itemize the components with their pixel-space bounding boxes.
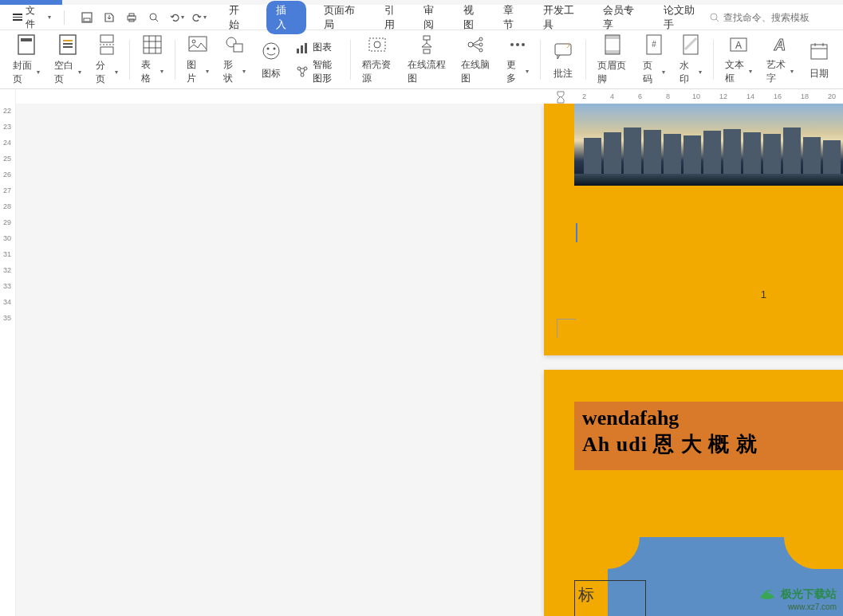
- page-number-button[interactable]: # 页码▾: [636, 33, 672, 86]
- margin-corner-marker: [557, 319, 576, 338]
- online-mind-button[interactable]: 在线脑图: [455, 33, 498, 86]
- svg-rect-31: [423, 36, 430, 40]
- horizontal-ruler-container: 2 4 6 8 10 12 14 16 18 20 22: [16, 89, 843, 104]
- svg-point-33: [468, 42, 473, 47]
- table-button[interactable]: 表格▾: [135, 33, 170, 86]
- svg-rect-24: [301, 45, 303, 53]
- tab-references[interactable]: 引用: [383, 0, 407, 35]
- workspace: 22 23 24 25 26 27 28 29 30 31 32 33 34 3…: [0, 89, 843, 616]
- svg-point-27: [304, 67, 307, 70]
- shape-button[interactable]: 形状▾: [217, 33, 252, 86]
- file-menu-label: 文件: [26, 4, 45, 31]
- watermark-brand: 极光下载站: [781, 587, 837, 602]
- svg-rect-8: [21, 38, 32, 41]
- search-box[interactable]: [709, 12, 835, 23]
- svg-rect-14: [100, 47, 113, 54]
- svg-rect-12: [63, 46, 73, 48]
- svg-rect-50: [811, 45, 827, 59]
- tab-start[interactable]: 开始: [227, 0, 251, 35]
- cover-page-icon: [16, 33, 37, 56]
- hamburger-icon: [13, 14, 22, 21]
- menu-bar: 文件 ▾ ▾ ▾ 开始 插入 页面布局 引用 审阅 视图 章节 开发工具 会员专…: [0, 5, 843, 30]
- ruler-tick: 4: [610, 92, 614, 100]
- svg-point-28: [301, 73, 304, 77]
- ruler-tick: 18: [801, 92, 809, 100]
- preview-icon[interactable]: [148, 11, 160, 24]
- document-page-2[interactable]: wendafahg Ah udi 恩 大 概 就 标: [544, 370, 843, 616]
- svg-point-34: [479, 37, 483, 41]
- page-break-icon: [97, 33, 117, 56]
- chart-smartart-group: 图表 智能图形: [290, 33, 345, 86]
- date-button[interactable]: 日期: [802, 33, 837, 86]
- tab-thesis[interactable]: 论文助手: [662, 0, 706, 35]
- document-canvas[interactable]: 1 wendafahg Ah udi 恩 大 概 就 标: [16, 104, 843, 616]
- text-frame[interactable]: 标: [574, 580, 646, 616]
- cover-page-button[interactable]: 封面页▾: [6, 33, 46, 86]
- icon-gallery-icon: [261, 38, 282, 64]
- document-page-1[interactable]: 1: [544, 104, 843, 355]
- city-skyline-image[interactable]: [574, 104, 843, 186]
- horizontal-ruler[interactable]: 2 4 6 8 10 12 14 16 18 20 22: [550, 89, 843, 104]
- file-menu[interactable]: 文件 ▾: [8, 2, 56, 33]
- save-icon[interactable]: [81, 11, 93, 24]
- ruler-tick: 2: [582, 92, 586, 100]
- tab-dev-tools[interactable]: 开发工具: [542, 0, 585, 35]
- svg-rect-3: [129, 14, 134, 16]
- redo-icon[interactable]: ▾: [192, 11, 205, 24]
- ruler-tick: 6: [638, 92, 642, 100]
- svg-rect-13: [100, 35, 113, 42]
- smart-art-button[interactable]: 智能图形: [295, 61, 341, 83]
- svg-rect-43: [605, 50, 620, 54]
- resource-icon: [367, 34, 388, 55]
- svg-point-35: [479, 43, 483, 46]
- tab-review[interactable]: 审阅: [422, 0, 446, 35]
- svg-point-30: [374, 41, 380, 48]
- flowchart-icon: [416, 34, 437, 55]
- word-art-button[interactable]: A 艺术字▾: [760, 33, 800, 86]
- chart-button[interactable]: 图表: [295, 37, 341, 59]
- more-button[interactable]: 更多▾: [500, 33, 535, 86]
- header-footer-button[interactable]: 页眉页脚: [591, 33, 635, 86]
- comment-button[interactable]: 批注: [546, 33, 581, 86]
- print-icon[interactable]: [125, 11, 138, 24]
- ribbon-insert: 封面页▾ 空白页▾ 分页▾ 表格▾ 图片▾ 形状▾ 图标 图表 智能图形 稻壳资…: [0, 30, 843, 89]
- date-icon: [809, 38, 829, 64]
- search-input[interactable]: [723, 12, 835, 23]
- svg-rect-32: [423, 49, 430, 53]
- tab-page-layout[interactable]: 页面布局: [322, 0, 366, 35]
- blank-page-button[interactable]: 空白页▾: [48, 33, 88, 86]
- svg-point-39: [522, 43, 525, 46]
- svg-text:A: A: [774, 36, 786, 53]
- ruler-tick: 10: [692, 92, 700, 100]
- icon-button[interactable]: 图标: [254, 33, 289, 86]
- watermark-url: www.xz7.com: [757, 602, 837, 611]
- title-line-2: Ah udi 恩 大 概 就: [582, 430, 843, 458]
- undo-icon[interactable]: ▾: [170, 11, 183, 24]
- svg-point-17: [192, 40, 195, 43]
- tab-sections[interactable]: 章节: [502, 0, 526, 35]
- svg-text:A: A: [735, 40, 742, 51]
- text-box-button[interactable]: A 文本框▾: [719, 33, 758, 86]
- tab-insert[interactable]: 插入: [266, 1, 306, 34]
- ruler-tick: 14: [746, 92, 754, 100]
- svg-rect-25: [305, 43, 307, 53]
- page-break-button[interactable]: 分页▾: [89, 33, 124, 86]
- chart-icon: [295, 41, 309, 55]
- tab-vip[interactable]: 会员专享: [601, 0, 645, 35]
- more-icon: [507, 34, 528, 55]
- export-icon[interactable]: [103, 11, 116, 24]
- title-band[interactable]: wendafahg Ah udi 恩 大 概 就: [574, 402, 843, 470]
- vertical-ruler[interactable]: 22 23 24 25 26 27 28 29 30 31 32 33 34 3…: [0, 89, 16, 616]
- online-flow-button[interactable]: 在线流程图: [401, 33, 453, 86]
- svg-rect-11: [63, 43, 73, 45]
- title-line-1: wendafahg: [582, 406, 843, 430]
- daoqiao-button[interactable]: 稻壳资源: [356, 33, 400, 86]
- svg-rect-1: [84, 18, 90, 22]
- svg-rect-42: [605, 35, 620, 39]
- watermark-button[interactable]: 水印▾: [673, 33, 708, 86]
- svg-rect-7: [18, 35, 34, 54]
- svg-point-22: [274, 48, 276, 50]
- tab-view[interactable]: 视图: [462, 0, 486, 35]
- svg-rect-29: [369, 38, 385, 51]
- picture-button[interactable]: 图片▾: [180, 33, 215, 86]
